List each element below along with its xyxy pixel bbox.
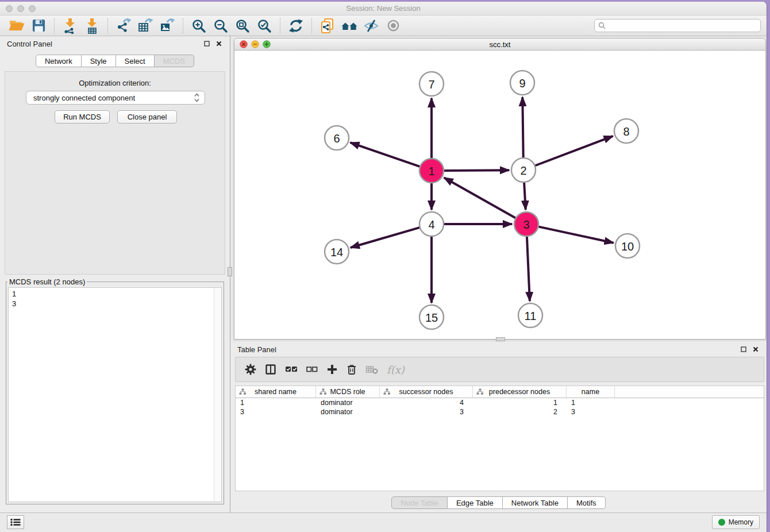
- close-panel-button[interactable]: Close panel: [117, 110, 177, 124]
- show-hide-icon[interactable]: [360, 17, 382, 35]
- unselect-all-icon[interactable]: [306, 365, 318, 374]
- graph-node-10[interactable]: 10: [615, 234, 640, 258]
- node-label: 4: [428, 218, 434, 231]
- tab-network[interactable]: Network: [36, 55, 82, 67]
- column-label: name: [582, 388, 599, 396]
- edge-1-2[interactable]: [444, 170, 509, 171]
- table-panel-header: Table Panel: [230, 342, 767, 357]
- list-icon: [10, 518, 21, 526]
- tab-motifs[interactable]: Motifs: [568, 496, 606, 509]
- table-row[interactable]: 1dominator411: [236, 398, 764, 407]
- select-all-icon[interactable]: [285, 365, 298, 374]
- tab-select[interactable]: Select: [116, 55, 155, 67]
- tab-mcds[interactable]: MCDS: [155, 55, 194, 67]
- close-panel-icon[interactable]: [215, 40, 223, 48]
- edge-1-6[interactable]: [351, 142, 421, 167]
- export-image-icon[interactable]: [156, 17, 178, 35]
- edge-4-14[interactable]: [351, 228, 420, 248]
- search-box[interactable]: [594, 19, 761, 32]
- table-cell[interactable]: 3: [380, 407, 473, 417]
- result-scrollbar[interactable]: [214, 288, 221, 502]
- frame-close-button[interactable]: [240, 40, 248, 48]
- delete-column-icon[interactable]: [346, 364, 357, 375]
- column-header-name[interactable]: name: [567, 386, 615, 398]
- zoom-in-icon[interactable]: [188, 17, 210, 35]
- table-cell[interactable]: 1: [567, 398, 615, 407]
- table-cell[interactable]: 2: [473, 407, 567, 417]
- criterion-dropdown[interactable]: strongly connected component: [26, 91, 205, 105]
- criterion-value: strongly connected component: [33, 94, 194, 102]
- maximize-window-button[interactable]: [29, 5, 36, 12]
- import-table-icon[interactable]: [81, 17, 103, 35]
- memory-button[interactable]: Memory: [712, 515, 760, 529]
- open-session-icon[interactable]: [6, 17, 28, 35]
- edge-3-11[interactable]: [527, 236, 530, 301]
- window-title: Session: New Session: [0, 2, 767, 16]
- network-frame-titlebar: scc.txt: [234, 38, 765, 51]
- gear-icon[interactable]: [245, 364, 256, 375]
- edge-2-8[interactable]: [535, 136, 613, 166]
- minimize-window-button[interactable]: [17, 5, 24, 12]
- clone-network-icon[interactable]: [317, 17, 338, 35]
- zoom-out-icon[interactable]: [210, 17, 232, 35]
- mcds-result-text[interactable]: 13: [8, 287, 222, 502]
- graph-node-9[interactable]: 9: [510, 71, 534, 95]
- zoom-fit-icon[interactable]: [232, 17, 253, 35]
- export-table-icon[interactable]: [134, 17, 156, 35]
- node-label: 8: [623, 125, 629, 138]
- zoom-selected-icon[interactable]: [253, 17, 275, 35]
- graph-node-7[interactable]: 7: [419, 72, 444, 96]
- node-label: 11: [525, 310, 537, 322]
- edge-3-1[interactable]: [444, 178, 516, 218]
- graph-node-3[interactable]: 3: [514, 212, 538, 236]
- graph-node-1[interactable]: 1: [419, 159, 444, 183]
- graph-node-11[interactable]: 11: [518, 303, 542, 327]
- graph-node-14[interactable]: 14: [325, 240, 349, 264]
- frame-maximize-button[interactable]: [263, 40, 271, 48]
- tab-edge-table[interactable]: Edge Table: [448, 496, 503, 509]
- first-neighbors-icon[interactable]: [338, 17, 360, 35]
- refresh-icon[interactable]: [285, 17, 307, 35]
- tab-network-table[interactable]: Network Table: [503, 496, 568, 509]
- graph-node-4[interactable]: 4: [419, 212, 444, 236]
- column-header-predecessor-nodes[interactable]: predecessor nodes: [473, 386, 567, 398]
- add-column-icon[interactable]: [326, 364, 338, 375]
- tab-style[interactable]: Style: [82, 55, 116, 67]
- close-window-button[interactable]: [6, 5, 13, 12]
- edge-2-3[interactable]: [524, 182, 526, 210]
- tab-node-table[interactable]: Node Table: [391, 496, 448, 509]
- main-content: Control Panel NetworkStyleSelectMCDS Opt…: [0, 36, 767, 512]
- graph-node-15[interactable]: 15: [419, 305, 444, 329]
- export-network-icon[interactable]: [113, 17, 134, 35]
- import-network-icon[interactable]: [59, 17, 81, 35]
- graph-node-6[interactable]: 6: [325, 126, 349, 150]
- graph-node-8[interactable]: 8: [614, 119, 638, 143]
- table-row[interactable]: 3dominator323: [236, 407, 764, 417]
- column-header-shared-name[interactable]: shared name: [236, 386, 316, 398]
- table-cell[interactable]: 3: [236, 407, 316, 417]
- close-table-panel-icon[interactable]: [752, 345, 760, 353]
- edge-3-10[interactable]: [538, 226, 614, 242]
- network-view-frame: scc.txt 7968124314101511: [234, 38, 766, 340]
- table-cell[interactable]: 1: [473, 398, 567, 407]
- graph-node-2[interactable]: 2: [511, 158, 536, 182]
- column-header-successor-nodes[interactable]: successor nodes: [380, 386, 473, 398]
- search-input[interactable]: [609, 22, 757, 30]
- table-cell[interactable]: dominator: [316, 407, 380, 417]
- frame-minimize-button[interactable]: [251, 40, 259, 48]
- run-mcds-button[interactable]: Run MCDS: [55, 110, 110, 124]
- table-cell[interactable]: dominator: [316, 398, 380, 407]
- column-header-MCDS-role[interactable]: MCDS role: [316, 386, 380, 398]
- columns-view-icon[interactable]: [265, 364, 276, 375]
- task-list-button[interactable]: [7, 515, 24, 529]
- float-panel-icon[interactable]: [203, 40, 211, 48]
- float-table-panel-icon[interactable]: [740, 345, 748, 353]
- table-cell[interactable]: 3: [567, 407, 615, 417]
- splitter-grip-horizontal[interactable]: [496, 337, 505, 341]
- network-canvas[interactable]: 7968124314101511: [234, 51, 765, 339]
- table-cell[interactable]: 1: [236, 398, 316, 407]
- eye-disabled-icon[interactable]: [382, 17, 404, 35]
- save-session-icon[interactable]: [28, 17, 49, 35]
- edge-2-9[interactable]: [522, 97, 523, 158]
- table-cell[interactable]: 4: [380, 398, 473, 407]
